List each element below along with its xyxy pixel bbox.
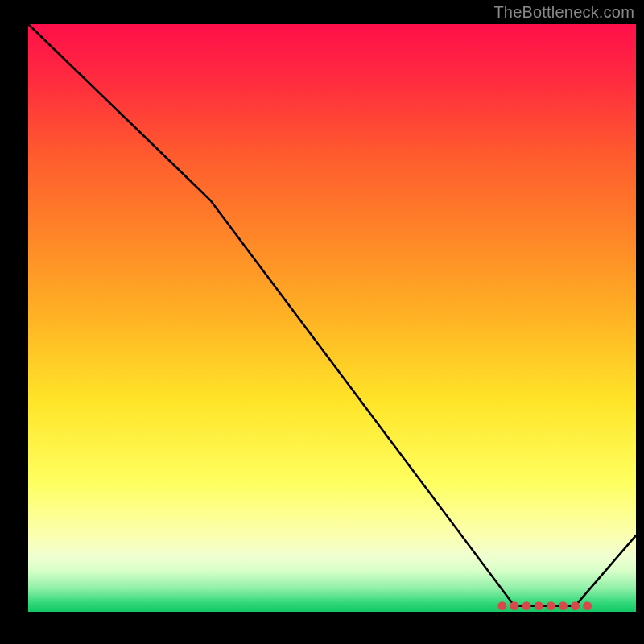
attribution-text: TheBottleneck.com (493, 3, 634, 22)
valley-marker (571, 601, 580, 610)
chart-frame: TheBottleneck.com (0, 0, 644, 644)
valley-marker (510, 601, 519, 610)
valley-marker (522, 601, 531, 610)
valley-marker (535, 601, 543, 610)
valley-marker (583, 601, 592, 610)
chart-svg (0, 0, 644, 644)
valley-marker (547, 601, 555, 610)
valley-marker (497, 601, 506, 610)
valley-marker (559, 601, 568, 610)
